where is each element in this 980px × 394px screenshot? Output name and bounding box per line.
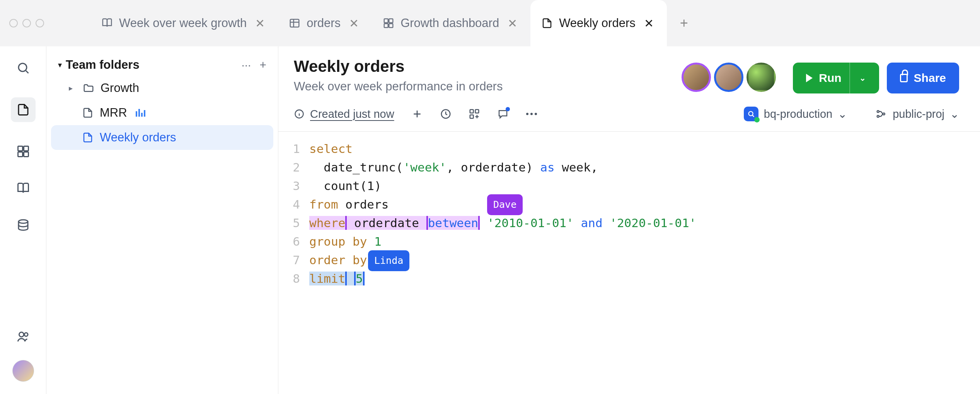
team-icon[interactable]: [15, 329, 31, 345]
svg-point-5: [19, 63, 27, 71]
left-rail: [0, 46, 46, 394]
svg-rect-1: [384, 19, 388, 23]
created-info[interactable]: Created just now: [294, 108, 394, 121]
tab-label: Week over week growth: [119, 16, 247, 30]
tab-weekly-orders[interactable]: Weekly orders ✕: [530, 0, 667, 46]
close-tab-icon[interactable]: ✕: [505, 16, 520, 31]
project-picker[interactable]: public-proj ⌄: [876, 107, 959, 121]
svg-point-12: [24, 333, 28, 336]
user-avatar[interactable]: [12, 360, 34, 382]
new-tab-button[interactable]: +: [677, 12, 691, 34]
file-weekly-orders[interactable]: Weekly orders: [51, 125, 273, 150]
history-icon[interactable]: [440, 108, 452, 120]
svg-rect-15: [470, 110, 473, 113]
tabs: Week over week growth ✕ orders ✕ Growth …: [90, 0, 691, 46]
collaborator-avatar[interactable]: [747, 63, 776, 92]
dashboards-icon[interactable]: [15, 144, 31, 159]
close-window-icon[interactable]: [9, 19, 18, 27]
close-tab-icon[interactable]: ✕: [347, 16, 361, 31]
run-button[interactable]: Run ⌄: [793, 63, 879, 93]
code-lines[interactable]: Dave Linda select date_trunc('week', ord…: [309, 139, 980, 394]
cursor-tag-linda: Linda: [368, 250, 409, 271]
folders-header: ▾ Team folders ··· +: [51, 54, 273, 76]
lock-icon: [900, 74, 908, 82]
tab-week-over-week-growth[interactable]: Week over week growth ✕: [90, 0, 278, 46]
connection-picker[interactable]: bq-production ⌄: [744, 107, 847, 121]
divider: [849, 63, 850, 93]
svg-rect-6: [18, 146, 22, 151]
doc-title[interactable]: Weekly orders: [294, 57, 503, 76]
doc-icon: [82, 107, 94, 119]
file-mrr[interactable]: MRR: [51, 100, 273, 125]
folder-label: Growth: [101, 81, 139, 95]
add-folder-icon[interactable]: +: [259, 58, 266, 71]
svg-point-18: [526, 113, 528, 115]
database-icon[interactable]: [15, 218, 31, 233]
more-icon[interactable]: ···: [241, 58, 251, 71]
created-text: Created just now: [310, 108, 394, 121]
tab-orders[interactable]: orders ✕: [278, 0, 372, 46]
documents-icon[interactable]: [11, 97, 36, 122]
svg-rect-3: [384, 24, 388, 27]
minimize-window-icon[interactable]: [22, 19, 31, 27]
run-label: Run: [819, 71, 841, 85]
chevron-down-icon: ⌄: [838, 107, 847, 121]
content: Weekly orders Week over week performance…: [278, 46, 980, 394]
doc-subtitle[interactable]: Week over week performance in orders: [294, 80, 503, 93]
play-icon: [806, 74, 813, 82]
tab-label: orders: [307, 16, 341, 30]
doc-icon: [541, 17, 553, 29]
close-tab-icon[interactable]: ✕: [253, 16, 267, 31]
svg-point-23: [877, 115, 879, 117]
apps-icon[interactable]: [469, 108, 480, 120]
library-icon[interactable]: [15, 181, 31, 196]
title-block: Weekly orders Week over week performance…: [294, 57, 503, 93]
svg-point-24: [883, 113, 885, 115]
cursor-tag-dave: Dave: [487, 194, 523, 215]
collaborator-avatar[interactable]: [714, 63, 743, 92]
svg-rect-9: [24, 152, 28, 157]
maximize-window-icon[interactable]: [36, 19, 44, 27]
chevron-down-icon: ⌄: [950, 107, 959, 121]
connection-name: bq-production: [764, 108, 832, 121]
tab-growth-dashboard[interactable]: Growth dashboard ✕: [372, 0, 530, 46]
folder-growth[interactable]: ▸ Growth: [51, 76, 273, 100]
folders-sidebar: ▾ Team folders ··· + ▸ Growth MRR Weekly…: [46, 46, 278, 394]
more-icon[interactable]: [526, 112, 537, 115]
svg-point-22: [877, 110, 879, 112]
search-icon[interactable]: [15, 60, 31, 76]
comments-icon[interactable]: [497, 108, 509, 120]
toolbar: Created just now bq-production ⌄ public-…: [278, 97, 980, 132]
main-area: ▾ Team folders ··· + ▸ Growth MRR Weekly…: [0, 46, 980, 394]
svg-rect-7: [24, 146, 28, 151]
caret-down-icon[interactable]: ▾: [58, 60, 62, 70]
svg-rect-4: [389, 24, 393, 27]
svg-rect-8: [18, 152, 22, 157]
table-icon: [289, 17, 300, 29]
add-icon[interactable]: [411, 108, 423, 120]
svg-point-21: [748, 112, 753, 116]
book-icon: [101, 17, 113, 29]
svg-point-20: [535, 113, 537, 115]
doc-icon: [82, 132, 94, 143]
tab-label: Growth dashboard: [401, 16, 499, 30]
svg-point-10: [19, 220, 28, 223]
svg-point-11: [19, 332, 24, 337]
line-gutter: 12345678: [278, 139, 309, 394]
folders-title: Team folders: [66, 58, 237, 72]
svg-rect-2: [389, 19, 393, 23]
collaborator-avatars: [682, 63, 776, 92]
run-dropdown-icon[interactable]: ⌄: [852, 73, 866, 83]
svg-rect-0: [290, 19, 299, 27]
collaborator-avatar[interactable]: [682, 63, 711, 92]
file-label: MRR: [100, 106, 127, 120]
project-icon: [876, 108, 887, 120]
file-label: Weekly orders: [100, 131, 176, 144]
sql-editor[interactable]: 12345678 Dave Linda select date_trunc('w…: [278, 132, 980, 394]
close-tab-icon[interactable]: ✕: [642, 16, 656, 31]
svg-rect-16: [475, 110, 479, 113]
svg-rect-17: [470, 115, 473, 119]
chevron-right-icon: ▸: [69, 83, 77, 93]
chart-badge-icon: [136, 109, 145, 117]
share-button[interactable]: Share: [887, 63, 959, 93]
